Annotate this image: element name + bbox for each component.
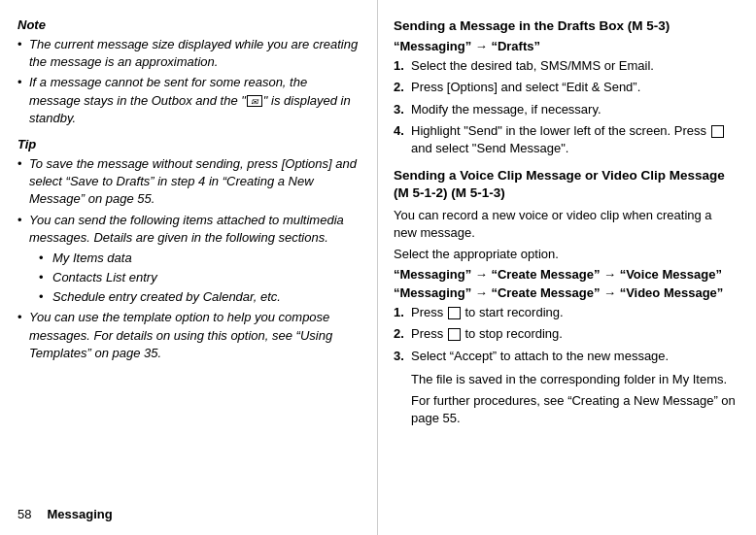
drafts-step-3: 3. Modify the message, if necessary. bbox=[394, 101, 739, 118]
square-button-icon bbox=[711, 125, 724, 138]
voice-clip-steps-list: 1. Press to start recording. 2. Press to… bbox=[394, 304, 739, 365]
voice-clip-body2: Select the appropriate option. bbox=[394, 246, 739, 263]
drafts-steps-list: 1. Select the desired tab, SMS/MMS or Em… bbox=[394, 57, 739, 157]
step-num-1: 1. bbox=[394, 57, 411, 75]
drafts-step-2: 2. Press [Options] and select “Edit & Se… bbox=[394, 79, 739, 96]
drafts-section: Sending a Message in the Drafts Box (M 5… bbox=[394, 17, 739, 157]
square-button-icon-3 bbox=[448, 328, 461, 341]
voice-clip-path2: “Messaging” → “Create Message” → “Video … bbox=[394, 285, 739, 300]
voice-step-num-1: 1. bbox=[394, 304, 411, 321]
page-number: 58 bbox=[17, 507, 31, 521]
voice-step-content-1: Press to start recording. bbox=[411, 304, 739, 321]
sub-bullet-2: Contacts List entry bbox=[39, 269, 361, 286]
tip-title: Tip bbox=[17, 137, 361, 151]
note-bullet-2: If a message cannot be sent for some rea… bbox=[17, 74, 361, 127]
note-section: Note The current message size displayed … bbox=[17, 17, 361, 127]
tip-bullet-2: You can send the following items attache… bbox=[17, 212, 361, 307]
step-num-3: 3. bbox=[394, 101, 411, 118]
note-bullet-1: The current message size displayed while… bbox=[17, 36, 361, 71]
sub-bullet-3: Schedule entry created by Calendar, etc. bbox=[39, 288, 361, 306]
voice-clip-note1: The file is saved in the corresponding f… bbox=[394, 371, 739, 388]
voice-clip-step-3: 3. Select “Accept” to attach to the new … bbox=[394, 348, 739, 365]
step-content-4: Highlight "Send" in the lower left of th… bbox=[411, 122, 739, 157]
note-title: Note bbox=[17, 17, 361, 32]
drafts-section-path: “Messaging” → “Drafts” bbox=[394, 39, 739, 53]
left-column: Note The current message size displayed … bbox=[0, 0, 378, 535]
voice-clip-body1: You can record a new voice or video clip… bbox=[394, 207, 739, 242]
step-num-2: 2. bbox=[394, 79, 411, 96]
drafts-step-4: 4. Highlight "Send" in the lower left of… bbox=[394, 122, 739, 157]
voice-clip-step-1: 1. Press to start recording. bbox=[394, 304, 739, 321]
note-bullet-list: The current message size displayed while… bbox=[17, 36, 361, 127]
sub-bullet-list: My Items data Contacts List entry Schedu… bbox=[39, 250, 361, 307]
step-content-2: Press [Options] and select “Edit & Send”… bbox=[411, 79, 739, 96]
sub-bullet-1: My Items data bbox=[39, 250, 361, 267]
voice-clip-note2: For further procedures, see “Creating a … bbox=[394, 392, 739, 427]
voice-clip-path1: “Messaging” → “Create Message” → “Voice … bbox=[394, 267, 739, 282]
step-content-3: Modify the message, if necessary. bbox=[411, 101, 739, 118]
page-label: Messaging bbox=[47, 507, 112, 521]
voice-clip-section-title: Sending a Voice Clip Message or Video Cl… bbox=[394, 167, 739, 202]
outbox-icon: ✉ bbox=[247, 95, 262, 107]
step-num-4: 4. bbox=[394, 122, 411, 140]
tip-bullet-1: To save the message without sending, pre… bbox=[17, 155, 361, 209]
page-footer: 58 Messaging bbox=[17, 507, 113, 521]
voice-clip-section: Sending a Voice Clip Message or Video Cl… bbox=[394, 167, 739, 427]
drafts-step-1: 1. Select the desired tab, SMS/MMS or Em… bbox=[394, 57, 739, 75]
right-column: Sending a Message in the Drafts Box (M 5… bbox=[378, 0, 756, 535]
step-content-1: Select the desired tab, SMS/MMS or Email… bbox=[411, 57, 739, 75]
voice-clip-step-2: 2. Press to stop recording. bbox=[394, 325, 739, 343]
tip-bullet-list: To save the message without sending, pre… bbox=[17, 155, 361, 362]
voice-step-num-3: 3. bbox=[394, 348, 411, 365]
voice-step-content-2: Press to stop recording. bbox=[411, 325, 739, 343]
tip-bullet-3: You can use the template option to help … bbox=[17, 309, 361, 362]
drafts-section-title: Sending a Message in the Drafts Box (M 5… bbox=[394, 17, 739, 35]
voice-step-num-2: 2. bbox=[394, 325, 411, 343]
tip-section: Tip To save the message without sending,… bbox=[17, 137, 361, 362]
square-button-icon-2 bbox=[448, 307, 461, 319]
voice-step-content-3: Select “Accept” to attach to the new mes… bbox=[411, 348, 739, 365]
